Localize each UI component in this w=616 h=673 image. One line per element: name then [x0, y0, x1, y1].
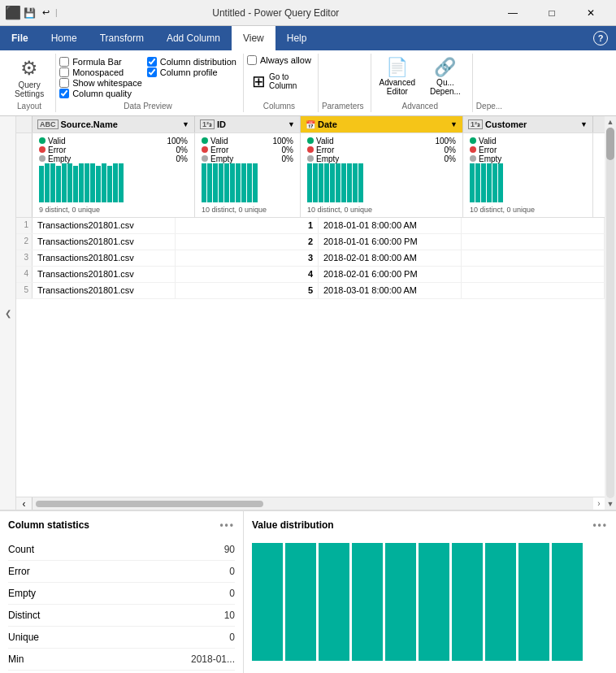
- column-profile-label: Column profile: [160, 67, 218, 77]
- table-row: 3 Transactions201801.csv 3 2018-02-01 8:…: [16, 250, 605, 267]
- vscroll-header: [593, 116, 605, 132]
- col-header-date[interactable]: 📅 Date ▼: [301, 116, 463, 132]
- vertical-scrollbar[interactable]: ▲ ▼: [605, 116, 616, 510]
- columns-group-label: Columns: [247, 102, 311, 111]
- id-valid-pct: 100%: [272, 137, 293, 145]
- bar4: [219, 163, 223, 202]
- col-header-customer[interactable]: 1²₃ Customer ▼: [463, 116, 593, 132]
- tab-help[interactable]: Help: [275, 26, 319, 50]
- tab-view[interactable]: View: [232, 26, 275, 50]
- error-label: Error: [8, 566, 30, 577]
- dist-label-5: 2018-03-01 8:00...: [385, 662, 416, 673]
- dist-bar-1[interactable]: [252, 543, 283, 661]
- dist-bar-5[interactable]: [385, 543, 416, 661]
- dist-bar-3[interactable]: [319, 543, 349, 661]
- bar2: [475, 163, 480, 202]
- help-circle[interactable]: ?: [593, 31, 608, 46]
- scroll-down-button[interactable]: ▼: [605, 498, 616, 510]
- always-allow-check[interactable]: [247, 55, 257, 65]
- scroll-up-button[interactable]: ▲: [605, 116, 616, 128]
- cell-customer: [462, 283, 605, 298]
- dist-bar-6[interactable]: [419, 543, 449, 661]
- show-whitespace-checkbox[interactable]: Show whitespace: [59, 78, 142, 88]
- cell-id: 3: [176, 250, 319, 266]
- date-dropdown-icon[interactable]: ▼: [450, 120, 458, 128]
- advanced-editor-button[interactable]: 📄 AdvancedEditor: [375, 55, 420, 98]
- group-advanced: 📄 AdvancedEditor 🔗 Qu...Depen... Advance…: [371, 54, 473, 112]
- hscroll-thumb[interactable]: [36, 501, 263, 507]
- min-value: 2018-01...: [191, 653, 235, 665]
- col-header-id[interactable]: 1²₃ ID ▼: [195, 116, 301, 132]
- column-profile-checkbox[interactable]: Column profile: [147, 67, 236, 77]
- column-distribution-check[interactable]: [147, 57, 157, 67]
- dist-label-10: 2018-05-01 6:00...: [552, 662, 583, 673]
- save-icon[interactable]: 💾: [23, 7, 36, 20]
- monospaced-checkbox[interactable]: Monospaced: [59, 67, 142, 77]
- id-dropdown-icon[interactable]: ▼: [288, 120, 295, 128]
- col-stats-menu[interactable]: •••: [219, 519, 235, 531]
- bar10: [90, 163, 95, 202]
- profile-stats-row: Valid100% Error0% Empty0%: [16, 133, 605, 218]
- source-empty-pct: 0%: [176, 154, 188, 163]
- formula-bar-checkbox[interactable]: Formula Bar: [59, 57, 142, 67]
- scroll-track[interactable]: [606, 128, 614, 498]
- formula-bar-check[interactable]: [59, 57, 69, 67]
- dist-bar-9[interactable]: [518, 543, 549, 661]
- date-empty: Empty0%: [307, 154, 456, 163]
- id-error-pct: 0%: [282, 145, 293, 154]
- column-quality-checkbox[interactable]: Column quality: [59, 89, 142, 98]
- close-button[interactable]: ✕: [572, 0, 609, 26]
- bar8: [347, 163, 352, 202]
- stat-min: Min 2018-01...: [8, 649, 235, 671]
- date-valid: Valid100%: [307, 137, 456, 145]
- bar6: [67, 163, 72, 202]
- main-area: ❮ ABC Source.Name ▼ 1²₃ ID ▼ 📅 Date ▼: [0, 116, 616, 510]
- val-dist-menu[interactable]: •••: [592, 519, 608, 531]
- right-arrow-icon[interactable]: ›: [593, 497, 605, 510]
- valid-dot: [202, 137, 208, 144]
- cust-empty: Empty: [470, 154, 586, 163]
- column-distribution-checkbox[interactable]: Column distribution: [147, 57, 236, 67]
- collapse-button[interactable]: ❮: [0, 116, 16, 510]
- cell-id: 4: [176, 267, 319, 282]
- customer-dropdown-icon[interactable]: ▼: [580, 120, 588, 128]
- dist-bar-4[interactable]: [352, 543, 383, 661]
- column-profile-check[interactable]: [147, 67, 157, 77]
- minimize-button[interactable]: —: [494, 0, 531, 26]
- go-to-column-button[interactable]: ⊞ Go toColumn: [247, 70, 311, 93]
- dist-bar-7[interactable]: [452, 543, 483, 661]
- source-dropdown-icon[interactable]: ▼: [182, 120, 189, 128]
- tab-file[interactable]: File: [0, 26, 40, 50]
- formula-bar-label: Formula Bar: [72, 57, 122, 67]
- always-allow-checkbox[interactable]: Always allow: [247, 55, 311, 65]
- hscroll-track[interactable]: [33, 497, 593, 510]
- tab-home[interactable]: Home: [40, 26, 89, 50]
- empty-dot: [202, 155, 208, 162]
- tab-add-column[interactable]: Add Column: [155, 26, 232, 50]
- error-dot: [307, 146, 314, 153]
- error-value: 0: [229, 566, 235, 577]
- table-row: 2 Transactions201801.csv 2 2018-01-01 6:…: [16, 234, 605, 250]
- cust-mini-bars: [470, 163, 586, 204]
- scroll-thumb[interactable]: [606, 128, 614, 160]
- bar3: [213, 163, 218, 202]
- dist-bar-10[interactable]: [552, 543, 583, 661]
- dist-bar-8[interactable]: [485, 543, 516, 661]
- dist-bar-2[interactable]: [285, 543, 316, 661]
- help-icon[interactable]: ?: [585, 26, 616, 50]
- column-quality-check[interactable]: [59, 89, 69, 98]
- dependencies-icon: 🔗: [434, 57, 456, 78]
- title-bar: ⬛ 💾 ↩ | Untitled - Power Query Editor — …: [0, 0, 616, 26]
- query-settings-button[interactable]: ⚙ QuerySettings: [10, 55, 49, 100]
- column-statistics-panel: Column statistics ••• Count 90 Error 0 E…: [0, 511, 244, 673]
- query-dependencies-button[interactable]: 🔗 Qu...Depen...: [425, 55, 466, 98]
- source-type-icon: ABC: [37, 119, 59, 129]
- undo-icon[interactable]: ↩: [39, 7, 52, 20]
- tab-transform[interactable]: Transform: [89, 26, 155, 50]
- cell-id: 2: [176, 234, 319, 250]
- maximize-button[interactable]: □: [533, 0, 570, 26]
- row6-label[interactable]: ‹: [16, 497, 33, 510]
- monospaced-check[interactable]: [59, 67, 69, 77]
- col-header-source[interactable]: ABC Source.Name ▼: [33, 116, 195, 132]
- show-whitespace-check[interactable]: [59, 78, 69, 88]
